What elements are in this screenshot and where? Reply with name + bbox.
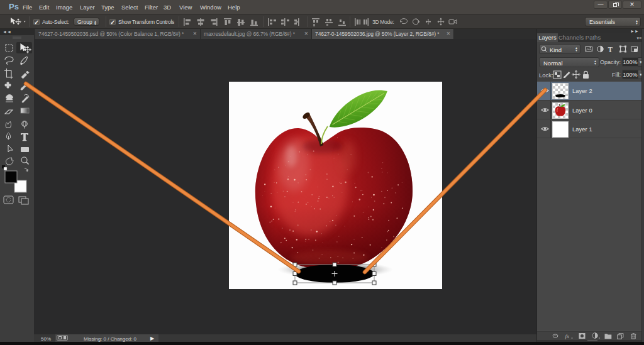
svg-text:T: T (608, 46, 613, 53)
svg-text:fx: fx (565, 333, 570, 339)
